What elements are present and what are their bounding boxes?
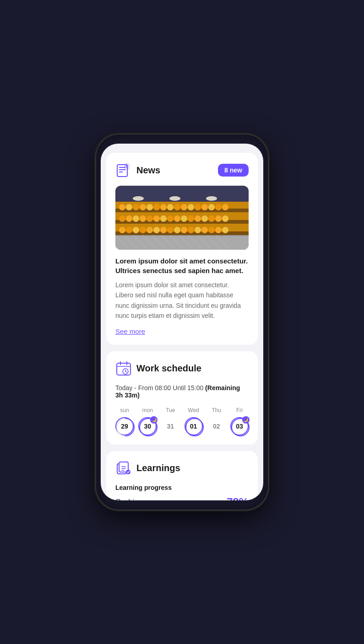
news-icon <box>115 162 132 178</box>
day-col-wed: Wed 01 <box>185 407 203 435</box>
learning-progress-label: Learning progress <box>115 484 249 491</box>
svg-point-15 <box>119 204 125 210</box>
svg-point-41 <box>188 215 194 222</box>
svg-point-38 <box>167 215 174 222</box>
store-visual: ОВОЩИ И ФРУКТЫ <box>115 186 249 250</box>
svg-point-51 <box>147 227 153 233</box>
svg-point-10 <box>206 196 217 201</box>
news-headline: Lorem ipsum dolor sit amet consectetur. … <box>115 256 249 275</box>
schedule-title: Work schedule <box>136 363 201 374</box>
schedule-icon <box>115 360 132 377</box>
day-col-tue: Tue 31 <box>161 407 179 435</box>
store-svg <box>115 186 249 250</box>
day-label-mon: mon <box>142 407 153 413</box>
learnings-card-header: Learnings <box>115 460 249 477</box>
see-more-link[interactable]: See more <box>115 327 145 335</box>
svg-point-28 <box>208 204 215 210</box>
svg-point-16 <box>126 204 132 210</box>
day-col-fri: Fri 🌙 03 <box>230 407 249 435</box>
svg-point-55 <box>174 227 180 233</box>
svg-point-46 <box>222 215 228 222</box>
day-circle-mon[interactable]: 🌙 30 <box>138 417 157 435</box>
svg-point-43 <box>201 215 208 222</box>
night-badge-fri: 🌙 <box>242 416 250 424</box>
night-badge-mon: 🌙 <box>150 416 158 424</box>
learnings-title: Learnings <box>136 463 180 473</box>
learnings-card: Learnings Learning progress Cashier 78% … <box>106 451 258 500</box>
day-circle-fri[interactable]: 🌙 03 <box>230 417 249 435</box>
svg-point-59 <box>201 227 208 233</box>
news-body: Lorem ipsum dolor sit amet consectetur. … <box>115 280 249 321</box>
progress-percent: 78% <box>227 496 249 500</box>
svg-point-39 <box>174 215 180 222</box>
day-label-sun: sun <box>120 407 129 413</box>
news-title-group: News <box>115 162 160 178</box>
svg-point-25 <box>188 204 194 210</box>
news-title: News <box>136 165 160 176</box>
day-circle-tue[interactable]: 31 <box>161 417 179 435</box>
day-label-fri: Fri <box>236 407 243 413</box>
svg-point-47 <box>119 227 125 233</box>
day-col-mon: mon 🌙 30 <box>138 407 157 435</box>
svg-point-20 <box>153 204 160 210</box>
svg-point-50 <box>140 227 146 233</box>
svg-point-45 <box>215 215 222 222</box>
day-label-tue: Tue <box>166 407 175 413</box>
svg-point-24 <box>181 204 187 210</box>
svg-point-34 <box>140 215 146 222</box>
svg-point-32 <box>126 215 132 222</box>
svg-point-56 <box>181 227 187 233</box>
schedule-subtitle: Today - From 08:00 Until 15:00 (Remainin… <box>115 384 249 399</box>
svg-point-87 <box>186 419 203 436</box>
progress-ring-sun <box>115 417 136 437</box>
svg-point-29 <box>215 204 222 210</box>
schedule-card: Work schedule Today - From 08:00 Until 1… <box>106 351 258 445</box>
svg-point-60 <box>208 227 215 233</box>
news-badge[interactable]: 8 new <box>218 164 249 177</box>
day-label-wed: Wed <box>188 407 199 413</box>
progress-row: Cashier 78% <box>115 496 249 500</box>
svg-point-33 <box>133 215 139 222</box>
day-circle-sun[interactable]: 29 <box>115 417 134 435</box>
svg-point-18 <box>140 204 146 210</box>
svg-point-30 <box>222 204 228 210</box>
learnings-title-group: Learnings <box>115 460 180 477</box>
svg-line-83 <box>125 371 127 372</box>
svg-point-61 <box>215 227 222 233</box>
svg-point-36 <box>153 215 160 222</box>
svg-point-27 <box>201 204 208 210</box>
svg-point-37 <box>160 215 167 222</box>
schedule-title-group: Work schedule <box>115 360 201 377</box>
day-circle-wed[interactable]: 01 <box>185 417 203 435</box>
svg-point-40 <box>181 215 187 222</box>
svg-point-35 <box>147 215 153 222</box>
news-card-header: News 8 new <box>115 162 249 178</box>
svg-point-62 <box>222 227 228 233</box>
day-col-thu: Thu 02 <box>207 407 226 435</box>
svg-point-53 <box>160 227 167 233</box>
phone-frame: News 8 new ОВОЩИ И ФРУКТЫ <box>96 134 268 510</box>
days-grid: sun 29 mon <box>115 407 249 435</box>
svg-point-48 <box>126 227 132 233</box>
svg-point-17 <box>133 204 139 210</box>
svg-point-52 <box>153 227 160 233</box>
svg-point-8 <box>133 196 144 201</box>
svg-point-42 <box>195 215 201 222</box>
learning-progress-section: Learning progress Cashier 78% <box>115 484 249 500</box>
svg-point-49 <box>133 227 139 233</box>
svg-point-19 <box>147 204 153 210</box>
svg-rect-64 <box>115 235 249 236</box>
news-image: ОВОЩИ И ФРУКТЫ <box>115 186 249 250</box>
day-circle-thu[interactable]: 02 <box>207 417 226 435</box>
progress-ring-wed <box>185 417 205 437</box>
schedule-subtitle-text: Today - From 08:00 Until 15:00 <box>115 384 205 392</box>
svg-rect-4 <box>125 164 129 169</box>
svg-point-9 <box>169 196 180 201</box>
learnings-icon <box>115 460 132 477</box>
svg-point-44 <box>208 215 215 222</box>
progress-role: Cashier <box>115 498 141 500</box>
day-col-sun: sun 29 <box>115 407 134 435</box>
svg-point-57 <box>188 227 194 233</box>
phone-screen: News 8 new ОВОЩИ И ФРУКТЫ <box>101 144 263 500</box>
news-card: News 8 new ОВОЩИ И ФРУКТЫ <box>106 153 258 345</box>
